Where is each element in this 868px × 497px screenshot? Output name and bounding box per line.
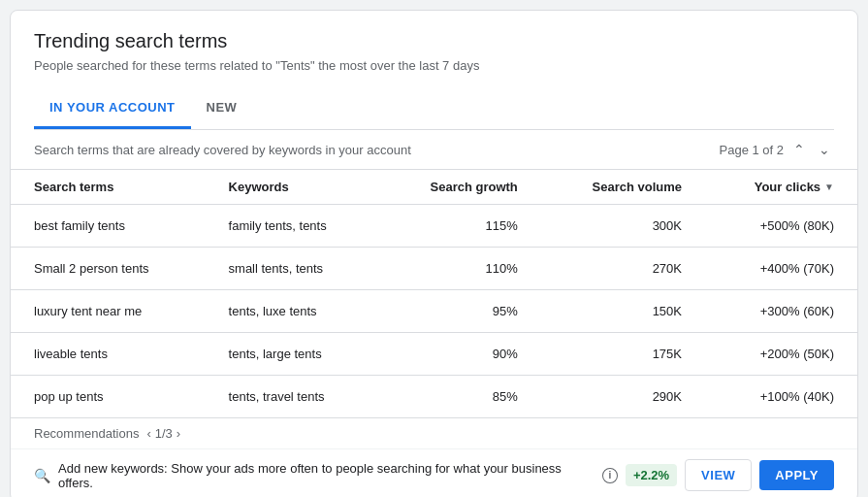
- cell-search-growth: 90%: [379, 333, 541, 376]
- table-header-row: Search terms Keywords Search growth Sear…: [11, 170, 857, 205]
- cell-search-volume: 270K: [541, 248, 705, 290]
- cell-your-clicks: +500% (80K): [705, 205, 857, 248]
- col-header-your-clicks[interactable]: Your clicks ▼: [705, 170, 857, 205]
- bottom-area: Recommendations ‹ 1/3 › 🔍 Add new keywor…: [11, 417, 857, 497]
- cell-search-growth: 115%: [379, 205, 541, 248]
- cell-keywords: tents, travel tents: [206, 376, 380, 418]
- card-subtitle: People searched for these terms related …: [34, 58, 834, 73]
- pagination-label: Page 1 of 2: [720, 143, 785, 157]
- main-card: Trending search terms People searched fo…: [10, 10, 858, 497]
- rec-nav: ‹ 1/3 ›: [146, 426, 180, 441]
- table-row: Small 2 person tents small tents, tents …: [11, 248, 857, 290]
- recommendations-row: Recommendations ‹ 1/3 ›: [11, 418, 857, 449]
- cell-search-term: pop up tents: [11, 376, 206, 418]
- table-row: liveable tents tents, large tents 90% 17…: [11, 333, 857, 376]
- cell-your-clicks: +200% (50K): [705, 333, 857, 376]
- recommendations-left: Recommendations ‹ 1/3 ›: [34, 426, 180, 441]
- tabs-container: IN YOUR ACCOUNT NEW: [34, 88, 834, 130]
- cell-keywords: tents, luxe tents: [206, 290, 380, 333]
- col-header-search-growth: Search growth: [379, 170, 541, 205]
- col-header-keywords: Keywords: [206, 170, 380, 205]
- table-row: pop up tents tents, travel tents 85% 290…: [11, 376, 857, 418]
- apply-button[interactable]: APPLY: [759, 460, 834, 490]
- search-icon: 🔍: [34, 468, 50, 483]
- card-header: Trending search terms People searched fo…: [11, 11, 857, 130]
- cell-your-clicks: +400% (70K): [705, 248, 857, 290]
- cell-search-growth: 85%: [379, 376, 541, 418]
- cell-your-clicks: +300% (60K): [705, 290, 857, 333]
- your-clicks-sort[interactable]: Your clicks ▼: [755, 180, 834, 194]
- tab-new[interactable]: NEW: [191, 88, 253, 129]
- cell-keywords: tents, large tents: [206, 333, 380, 376]
- prev-page-button[interactable]: ⌃: [789, 140, 809, 159]
- cell-search-volume: 175K: [541, 333, 705, 376]
- table-row: best family tents family tents, tents 11…: [11, 205, 857, 248]
- next-page-button[interactable]: ⌄: [815, 140, 834, 159]
- cell-your-clicks: +100% (40K): [705, 376, 857, 418]
- cell-search-term: best family tents: [11, 205, 206, 248]
- view-button[interactable]: VIEW: [685, 459, 752, 491]
- data-table: Search terms Keywords Search growth Sear…: [11, 170, 857, 417]
- cell-search-growth: 110%: [379, 248, 541, 290]
- rec-pagination: 1/3: [155, 426, 173, 441]
- improvement-badge: +2.2%: [626, 464, 677, 486]
- action-row: 🔍 Add new keywords: Show your ads more o…: [11, 449, 857, 497]
- info-icon[interactable]: i: [602, 468, 618, 483]
- col-header-search-terms: Search terms: [11, 170, 206, 205]
- page-navigation: Page 1 of 2 ⌃ ⌄: [720, 140, 835, 159]
- rec-next-button[interactable]: ›: [177, 426, 180, 441]
- card-title: Trending search terms: [34, 30, 834, 52]
- cell-search-term: Small 2 person tents: [11, 248, 206, 290]
- table-description: Search terms that are already covered by…: [34, 143, 411, 157]
- cell-keywords: family tents, tents: [206, 205, 380, 248]
- tab-in-your-account[interactable]: IN YOUR ACCOUNT: [34, 88, 191, 129]
- rec-prev-button[interactable]: ‹: [146, 426, 150, 441]
- cell-keywords: small tents, tents: [206, 248, 380, 290]
- table-info-row: Search terms that are already covered by…: [11, 130, 857, 170]
- cell-search-term: liveable tents: [11, 333, 206, 376]
- cell-search-volume: 150K: [541, 290, 705, 333]
- recommendations-label: Recommendations: [34, 426, 139, 441]
- cell-search-volume: 300K: [541, 205, 705, 248]
- sort-icon: ▼: [824, 182, 834, 192]
- cell-search-term: luxury tent near me: [11, 290, 206, 333]
- cell-search-volume: 290K: [541, 376, 705, 418]
- col-header-search-volume: Search volume: [541, 170, 705, 205]
- table-row: luxury tent near me tents, luxe tents 95…: [11, 290, 857, 333]
- action-text: Add new keywords: Show your ads more oft…: [58, 461, 618, 490]
- cell-search-growth: 95%: [379, 290, 541, 333]
